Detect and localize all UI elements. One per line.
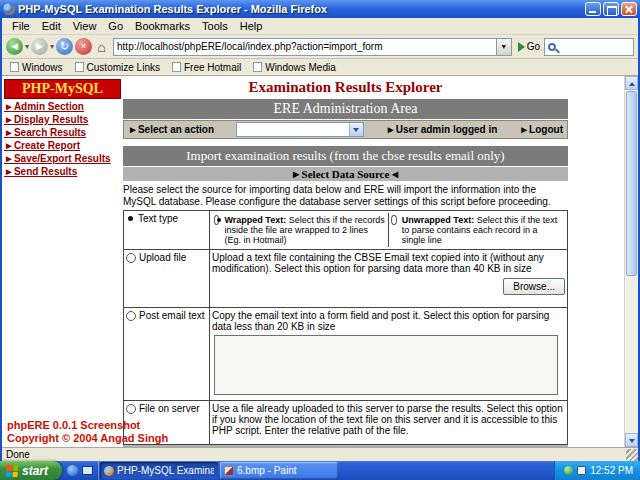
search-icon bbox=[548, 43, 556, 51]
menu-bar: File Edit View Go Bookmarks Tools Help bbox=[2, 18, 638, 35]
action-row: ►Select an action ►User admin logged in … bbox=[123, 120, 568, 139]
upload-file-cell: Upload a text file containing the CBSE E… bbox=[210, 250, 568, 308]
reload-button[interactable]: ↻ bbox=[56, 38, 73, 55]
bookmark-free-hotmail[interactable]: Free Hotmail bbox=[172, 62, 241, 73]
post-email-radio[interactable] bbox=[126, 311, 136, 321]
sidebar-item-create-report[interactable]: ►Create Report bbox=[4, 138, 121, 151]
table-row: Text type Wrapped Text: Select this if t… bbox=[124, 211, 568, 250]
url-text[interactable]: http://localhost/phpERE/local/index.php?… bbox=[114, 41, 496, 52]
back-dropdown-icon[interactable]: ▾ bbox=[25, 42, 29, 51]
bullet-icon bbox=[128, 216, 133, 221]
bookmarks-toolbar: Windows Customize Links Free Hotmail Win… bbox=[2, 59, 638, 76]
bookmark-label: Windows Media bbox=[265, 62, 336, 73]
bookmark-windows[interactable]: Windows bbox=[10, 62, 63, 73]
select-data-source-bar: ►Select Data Source◄ bbox=[123, 167, 568, 181]
bookmark-icon bbox=[172, 62, 181, 72]
page-footer: phpERE 0.0.1 Screenshot Copyright © 2004… bbox=[7, 419, 168, 445]
wrapped-text-option[interactable]: Wrapped Text: Select this if the records… bbox=[212, 213, 388, 247]
menu-go[interactable]: Go bbox=[102, 19, 129, 33]
task-label: PHP-MySQL Examinat... bbox=[117, 465, 214, 476]
menu-edit[interactable]: Edit bbox=[36, 19, 67, 33]
footer-line1: phpERE 0.0.1 Screenshot bbox=[7, 419, 168, 432]
sidebar-item-send-results[interactable]: ►Send Results bbox=[4, 164, 121, 177]
email-text-area[interactable] bbox=[214, 335, 558, 395]
vertical-scrollbar[interactable] bbox=[624, 76, 638, 447]
menu-file[interactable]: File bbox=[6, 19, 36, 33]
file-on-server-cell: Use a file already uploaded to this serv… bbox=[210, 401, 568, 445]
start-button[interactable]: start bbox=[0, 461, 62, 480]
wrapped-text-radio[interactable] bbox=[214, 215, 219, 225]
maximize-button[interactable] bbox=[603, 2, 619, 16]
select-action-label: ►Select an action bbox=[128, 124, 214, 135]
table-row: Post email text Copy the email text into… bbox=[124, 308, 568, 401]
navigation-toolbar: ◀ ▾ ▶ ▾ ↻ × ⌂ http://localhost/phpERE/lo… bbox=[2, 35, 638, 59]
address-bar[interactable]: http://localhost/phpERE/local/index.php?… bbox=[113, 38, 512, 56]
taskbar: start PHP-MySQL Examinat... 6.bmp - Pain… bbox=[0, 461, 640, 480]
enter-exam-details-bar: ►Enter exam related details◄ bbox=[123, 445, 568, 447]
clock[interactable]: 12:52 PM bbox=[590, 465, 633, 476]
main-content: Examination Results Explorer ERE Adminis… bbox=[123, 79, 568, 447]
page-title: Examination Results Explorer bbox=[123, 79, 568, 96]
go-button[interactable]: Go bbox=[516, 41, 542, 52]
sidebar-item-save-export-results[interactable]: ►Save/Export Results bbox=[4, 151, 121, 164]
bookmark-icon bbox=[253, 62, 262, 72]
post-email-label: Post email text bbox=[139, 310, 205, 321]
close-button[interactable] bbox=[621, 2, 637, 16]
messenger-icon[interactable] bbox=[564, 466, 573, 475]
menu-tools[interactable]: Tools bbox=[196, 19, 234, 33]
volume-icon[interactable] bbox=[577, 466, 586, 475]
minimize-button[interactable] bbox=[585, 2, 601, 16]
upload-file-radio[interactable] bbox=[126, 253, 136, 263]
browse-button[interactable]: Browse... bbox=[503, 278, 565, 295]
forward-dropdown-icon[interactable]: ▾ bbox=[50, 42, 54, 51]
home-button[interactable]: ⌂ bbox=[94, 39, 109, 55]
go-label: Go bbox=[527, 41, 540, 52]
show-desktop-icon[interactable] bbox=[82, 466, 93, 475]
file-on-server-label: File on server bbox=[139, 403, 200, 414]
file-on-server-radio[interactable] bbox=[126, 404, 136, 414]
bookmark-label: Customize Links bbox=[87, 62, 160, 73]
address-dropdown-icon[interactable]: ▾ bbox=[496, 39, 511, 55]
browser-viewport: PHP-MySQL ►Admin Section ►Display Result… bbox=[2, 76, 638, 447]
stop-button[interactable]: × bbox=[75, 38, 92, 55]
bookmark-customize-links[interactable]: Customize Links bbox=[75, 62, 160, 73]
sidebar-item-display-results[interactable]: ►Display Results bbox=[4, 112, 121, 125]
bookmark-windows-media[interactable]: Windows Media bbox=[253, 62, 336, 73]
screen: PHP-MySQL Examination Results Explorer -… bbox=[0, 0, 640, 480]
scroll-up-button[interactable] bbox=[625, 76, 638, 90]
page-sidebar: PHP-MySQL ►Admin Section ►Display Result… bbox=[4, 79, 121, 177]
paint-icon bbox=[224, 466, 234, 476]
sidebar-item-search-results[interactable]: ►Search Results bbox=[4, 125, 121, 138]
unwrapped-text-radio[interactable] bbox=[391, 215, 397, 225]
sidebar-header: PHP-MySQL bbox=[4, 79, 121, 99]
logout-link[interactable]: ►Logout bbox=[519, 124, 563, 135]
scrollbar-thumb[interactable] bbox=[626, 91, 637, 276]
menu-help[interactable]: Help bbox=[234, 19, 269, 33]
browser-icon[interactable] bbox=[67, 465, 78, 476]
system-tray: 12:52 PM bbox=[554, 461, 640, 480]
sidebar-item-admin-section[interactable]: ►Admin Section bbox=[4, 99, 121, 112]
bookmark-icon bbox=[75, 62, 84, 72]
forward-button[interactable]: ▶ bbox=[31, 38, 48, 55]
resize-grip[interactable] bbox=[626, 449, 638, 461]
bookmark-label: Free Hotmail bbox=[184, 62, 241, 73]
back-button[interactable]: ◀ bbox=[6, 38, 23, 55]
action-select[interactable] bbox=[236, 122, 364, 137]
search-input[interactable] bbox=[544, 38, 634, 56]
intro-text: Please select the source for importing d… bbox=[123, 184, 568, 208]
taskbar-task-firefox[interactable]: PHP-MySQL Examinat... bbox=[100, 462, 218, 479]
window-titlebar[interactable]: PHP-MySQL Examination Results Explorer -… bbox=[0, 0, 640, 18]
scroll-down-button[interactable] bbox=[625, 433, 638, 447]
status-text: Done bbox=[2, 449, 626, 460]
unwrapped-text-option[interactable]: Unwrapped Text: Select this if the text … bbox=[388, 213, 565, 247]
go-arrow-icon bbox=[518, 42, 525, 52]
chevron-down-icon[interactable] bbox=[349, 123, 363, 136]
window-controls bbox=[585, 2, 637, 16]
menu-view[interactable]: View bbox=[67, 19, 103, 33]
menu-bookmarks[interactable]: Bookmarks bbox=[129, 19, 196, 33]
taskbar-task-paint[interactable]: 6.bmp - Paint bbox=[220, 462, 338, 479]
post-email-label-cell: Post email text bbox=[124, 308, 210, 401]
task-label: 6.bmp - Paint bbox=[237, 465, 334, 476]
post-email-desc: Copy the email text into a form field an… bbox=[212, 310, 549, 332]
post-email-cell: Copy the email text into a form field an… bbox=[210, 308, 568, 401]
